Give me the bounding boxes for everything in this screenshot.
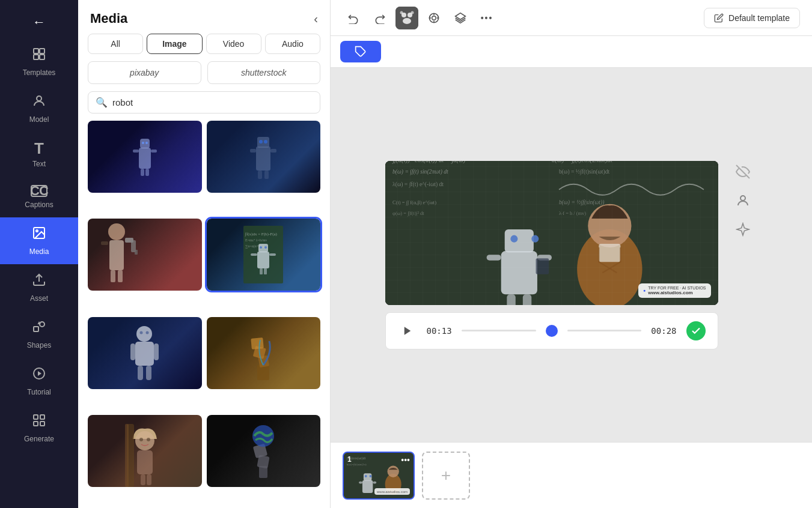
- default-template-button[interactable]: Default template: [704, 8, 800, 28]
- person-button[interactable]: [732, 190, 754, 211]
- video-controls: 00:13 00:28: [385, 312, 718, 349]
- svg-rect-56: [130, 343, 135, 360]
- sidebar-item-shapes[interactable]: Shapes: [0, 311, 78, 358]
- text-icon: T: [34, 141, 44, 156]
- target-button[interactable]: [423, 7, 445, 29]
- svg-rect-37: [135, 250, 138, 255]
- svg-point-27: [264, 140, 267, 144]
- svg-point-26: [259, 140, 263, 144]
- svg-rect-8: [34, 327, 38, 331]
- svg-point-123: [370, 475, 372, 477]
- sidebar-item-generate[interactable]: Generate: [0, 405, 78, 452]
- svg-point-80: [400, 11, 403, 14]
- tab-image[interactable]: Image: [147, 34, 202, 54]
- canvas-area: ∫f(a(t)) · cos(a(t)) dt = ∫a(ω) b(ω) = ∫…: [331, 68, 812, 442]
- svg-rect-25: [257, 137, 269, 148]
- tab-video[interactable]: Video: [206, 34, 261, 54]
- sidebar-item-media[interactable]: Media: [0, 217, 78, 264]
- svg-marker-112: [404, 327, 411, 335]
- svg-rect-12: [34, 415, 38, 419]
- sidebar-label-generate: Generate: [24, 435, 54, 443]
- scene-menu-1[interactable]: •••: [401, 455, 410, 465]
- asset-icon: [32, 273, 46, 291]
- media-search-container: 🔍: [88, 91, 320, 113]
- source-pixabay-button[interactable]: pixabay: [88, 61, 201, 84]
- svg-rect-24: [256, 147, 270, 171]
- image-item-3[interactable]: [88, 219, 202, 291]
- confirm-button[interactable]: [686, 321, 706, 340]
- svg-rect-108: [537, 255, 551, 261]
- sidebar-item-tutorial[interactable]: Tutorial: [0, 358, 78, 405]
- generate-icon: [32, 413, 46, 431]
- sidebar-item-captions[interactable]: CC Captions: [0, 177, 78, 217]
- chalkboard-bg: ∫f(a(t)) · cos(a(t)) dt = ∫a(ω) b(ω) = ∫…: [385, 161, 718, 305]
- sidebar-label-asset: Asset: [30, 294, 48, 303]
- tag-area: [331, 36, 812, 68]
- sidebar-item-asset[interactable]: Asset: [0, 264, 78, 311]
- sidebar-item-templates[interactable]: Templates: [0, 38, 78, 85]
- svg-rect-90: [385, 161, 718, 305]
- play-button[interactable]: [398, 321, 417, 340]
- redo-button[interactable]: [369, 7, 391, 29]
- image-item-7[interactable]: [88, 415, 202, 487]
- sidebar-item-text[interactable]: T Text: [0, 132, 78, 177]
- image-item-5[interactable]: [88, 317, 202, 389]
- watermark: ● TRY FOR FREE · AI STUDIOSwww.aistudios…: [638, 283, 710, 298]
- sidebar-label-tutorial: Tutorial: [27, 388, 51, 396]
- source-shutterstock-button[interactable]: shutterstock: [207, 61, 321, 84]
- svg-rect-57: [154, 343, 159, 360]
- image-item-1[interactable]: [88, 121, 202, 193]
- scene-thumb-1[interactable]: ∫f(a)cos(ωt)dt b(ω)=∫f(t)sin(2π) 1 ••• w…: [343, 452, 415, 500]
- svg-text:∫f(a(t)) · cos(a(t)) dt = ∫a(ω: ∫f(a(t)) · cos(a(t)) dt = ∫a(ω): [392, 161, 466, 164]
- search-icon: 🔍: [96, 97, 108, 108]
- hidden-icon-button[interactable]: [732, 161, 754, 183]
- svg-point-54: [146, 331, 149, 334]
- undo-button[interactable]: [343, 7, 364, 29]
- image-item-8[interactable]: [207, 415, 321, 487]
- templates-icon: [32, 47, 46, 65]
- scene-number-1: 1: [347, 455, 352, 464]
- tab-audio[interactable]: Audio: [265, 34, 320, 54]
- svg-rect-49: [269, 253, 276, 256]
- search-input[interactable]: [112, 97, 313, 107]
- svg-rect-0: [34, 49, 38, 53]
- svg-rect-1: [40, 49, 44, 53]
- toolbar: ••• Default template: [331, 0, 812, 36]
- media-tabs: All Image Video Audio: [78, 34, 330, 61]
- svg-rect-22: [141, 169, 144, 176]
- svg-rect-63: [251, 337, 264, 349]
- image-item-4[interactable]: ∫f(x)dx = F(b)-F(a) E=mc² λ=h/mv ∑n=n(n+…: [207, 219, 321, 291]
- svg-rect-21: [151, 150, 157, 153]
- image-item-2[interactable]: [207, 121, 321, 193]
- image-grid: ∫f(x)dx = F(b)-F(a) E=mc² λ=h/mv ∑n=n(n+…: [78, 121, 330, 508]
- sidebar-item-model[interactable]: Model: [0, 85, 78, 132]
- svg-rect-50: [260, 268, 263, 274]
- svg-rect-104: [504, 229, 533, 252]
- tab-all[interactable]: All: [88, 34, 143, 54]
- media-icon: [32, 226, 46, 244]
- more-button[interactable]: •••: [476, 7, 498, 29]
- timeline-position[interactable]: [546, 325, 558, 337]
- svg-point-19: [145, 142, 148, 144]
- svg-point-81: [411, 11, 414, 14]
- svg-rect-15: [40, 422, 44, 426]
- active-tool-button[interactable]: [395, 7, 418, 29]
- svg-rect-107: [486, 255, 501, 261]
- svg-point-47: [264, 246, 267, 249]
- tag-button[interactable]: [340, 41, 381, 62]
- svg-rect-16: [139, 148, 151, 169]
- main-area: ••• Default template: [331, 0, 812, 508]
- layers-button[interactable]: [450, 7, 471, 29]
- svg-rect-34: [101, 241, 108, 245]
- svg-text:a(ω) = ∫f(t)cos(2πωt)dt: a(ω) = ∫f(t)cos(2πωt)dt: [552, 161, 613, 164]
- svg-rect-124: [359, 481, 362, 483]
- timeline-track-2[interactable]: [567, 330, 642, 331]
- media-panel-close-button[interactable]: ‹: [314, 12, 318, 26]
- svg-rect-28: [250, 149, 256, 153]
- sidebar-back-button[interactable]: ←: [0, 6, 78, 38]
- image-item-6[interactable]: [207, 317, 321, 389]
- ai-button[interactable]: [732, 219, 754, 240]
- timeline-track[interactable]: [462, 330, 536, 331]
- svg-text:b(ω) = ½∫f(sin(ωt)): b(ω) = ½∫f(sin(ωt)): [559, 198, 604, 205]
- add-scene-button[interactable]: +: [422, 452, 470, 500]
